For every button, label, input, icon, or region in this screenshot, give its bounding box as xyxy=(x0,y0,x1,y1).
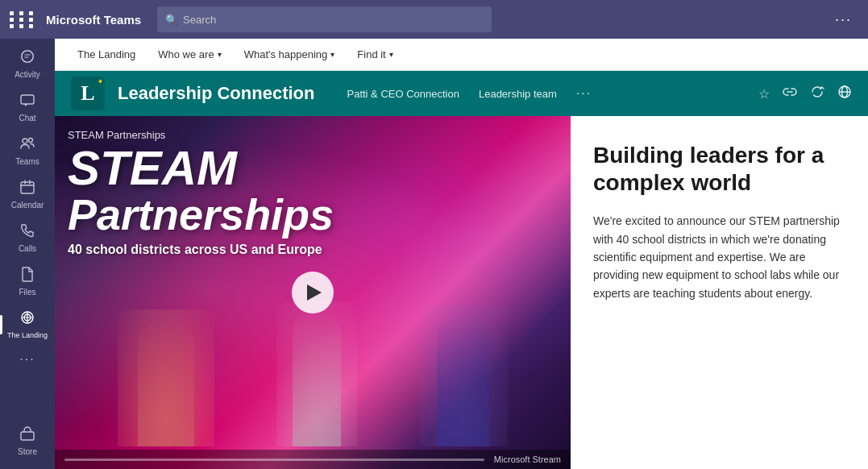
nav-bar: The Landing Who we are ▾ What's happenin… xyxy=(55,39,868,71)
video-section: STEAM Partnerships STEAM Partnerships 40… xyxy=(55,116,571,469)
sidebar-more-button[interactable]: ··· xyxy=(0,346,55,373)
child-center xyxy=(276,301,357,446)
chevron-down-icon: ▾ xyxy=(389,50,393,59)
store-label: Store xyxy=(18,447,37,456)
top-bar: Microsoft Teams 🔍 Search ··· xyxy=(0,0,868,39)
sp-header: L ✦ Leadership Connection Patti & CEO Co… xyxy=(55,71,868,116)
svg-rect-3 xyxy=(21,182,34,193)
teams-label: Teams xyxy=(15,157,39,166)
child-right xyxy=(419,305,508,446)
sidebar-item-files[interactable]: Files xyxy=(0,259,55,303)
nav-item-who-we-are[interactable]: Who we are ▾ xyxy=(148,44,230,65)
nav-item-find-it[interactable]: Find it ▾ xyxy=(347,44,402,65)
video-title-small: STEAM Partnerships xyxy=(68,129,558,141)
sp-nav-leadership-team[interactable]: Leadership team xyxy=(479,88,557,100)
child-left xyxy=(118,309,214,446)
sp-star-icon[interactable]: ☆ xyxy=(758,86,770,102)
sidebar-item-calendar[interactable]: Calendar xyxy=(0,172,55,216)
topbar-more-button[interactable]: ··· xyxy=(829,8,858,31)
sp-nav: Patti & CEO Connection Leadership team ·… xyxy=(347,86,592,101)
sp-nav-more-button[interactable]: ··· xyxy=(576,86,592,101)
search-icon: 🔍 xyxy=(165,14,178,26)
activity-label: Activity xyxy=(15,70,40,79)
svg-point-1 xyxy=(23,139,27,143)
calendar-icon xyxy=(19,179,35,199)
video-subtitle: 40 school districts across US and Europe xyxy=(68,243,558,257)
video-title-large: Partnerships xyxy=(68,193,558,236)
nav-landing-label: The Landing xyxy=(77,48,135,60)
activity-icon xyxy=(19,48,35,68)
video-source-label: Microsoft Stream xyxy=(494,454,561,464)
sidebar-item-chat[interactable]: Chat xyxy=(0,85,55,129)
nav-find-it-label: Find it xyxy=(357,48,385,60)
sp-logo: L ✦ xyxy=(71,77,105,110)
sidebar: Activity Chat Teams xyxy=(0,39,55,469)
sp-nav-patti[interactable]: Patti & CEO Connection xyxy=(347,88,459,100)
search-placeholder: Search xyxy=(183,14,216,26)
article-heading: Building leaders for a complex world xyxy=(593,142,845,196)
sp-globe-icon[interactable] xyxy=(837,85,852,102)
sp-title: Leadership Connection xyxy=(118,83,314,104)
chat-icon xyxy=(19,92,35,112)
calendar-label: Calendar xyxy=(11,201,44,210)
landing-icon xyxy=(19,309,35,330)
video-bottom-bar: Microsoft Stream xyxy=(55,450,571,469)
video-title-large-first: STEAM xyxy=(68,144,558,193)
nav-item-whats-happening[interactable]: What's happening ▾ xyxy=(235,44,345,65)
sp-link-icon[interactable] xyxy=(783,85,797,102)
sidebar-item-activity[interactable]: Activity xyxy=(0,42,55,85)
files-label: Files xyxy=(19,288,35,297)
nav-who-we-are-label: Who we are xyxy=(158,48,214,60)
nav-whats-happening-label: What's happening xyxy=(244,48,328,60)
video-children xyxy=(55,301,571,446)
sp-logo-letter: L xyxy=(81,81,94,106)
sidebar-item-teams[interactable]: Teams xyxy=(0,129,55,172)
right-section: Building leaders for a complex world We'… xyxy=(571,116,868,469)
sidebar-item-landing[interactable]: The Landing xyxy=(0,303,55,346)
svg-point-2 xyxy=(29,139,33,143)
svg-rect-6 xyxy=(21,432,34,440)
teams-icon xyxy=(19,135,35,156)
chat-label: Chat xyxy=(19,114,35,122)
sidebar-more-dots: ··· xyxy=(19,352,35,367)
calls-label: Calls xyxy=(19,244,36,253)
sidebar-item-store[interactable]: Store xyxy=(0,419,55,463)
article-body: We're excited to announce our STEM partn… xyxy=(593,212,845,302)
files-icon xyxy=(19,266,35,286)
video-play-button[interactable] xyxy=(292,272,334,313)
content-area: The Landing Who we are ▾ What's happenin… xyxy=(55,39,868,469)
app-grid-icon[interactable] xyxy=(10,11,36,28)
svg-rect-0 xyxy=(21,95,34,104)
main-layout: Activity Chat Teams xyxy=(0,39,868,469)
sp-header-actions: ☆ xyxy=(758,85,852,102)
chevron-down-icon: ▾ xyxy=(218,50,222,59)
sp-refresh-icon[interactable] xyxy=(810,85,824,102)
page-content: STEAM Partnerships STEAM Partnerships 40… xyxy=(55,116,868,469)
nav-item-landing[interactable]: The Landing xyxy=(68,44,145,65)
sp-logo-star: ✦ xyxy=(98,78,103,85)
video-progress-bar xyxy=(64,459,484,461)
landing-label: The Landing xyxy=(7,331,48,339)
chevron-down-icon: ▾ xyxy=(330,50,334,59)
search-bar[interactable]: 🔍 Search xyxy=(157,6,491,32)
store-icon xyxy=(19,425,35,446)
calls-icon xyxy=(19,222,35,243)
sidebar-item-calls[interactable]: Calls xyxy=(0,216,55,259)
app-title: Microsoft Teams xyxy=(46,13,141,27)
